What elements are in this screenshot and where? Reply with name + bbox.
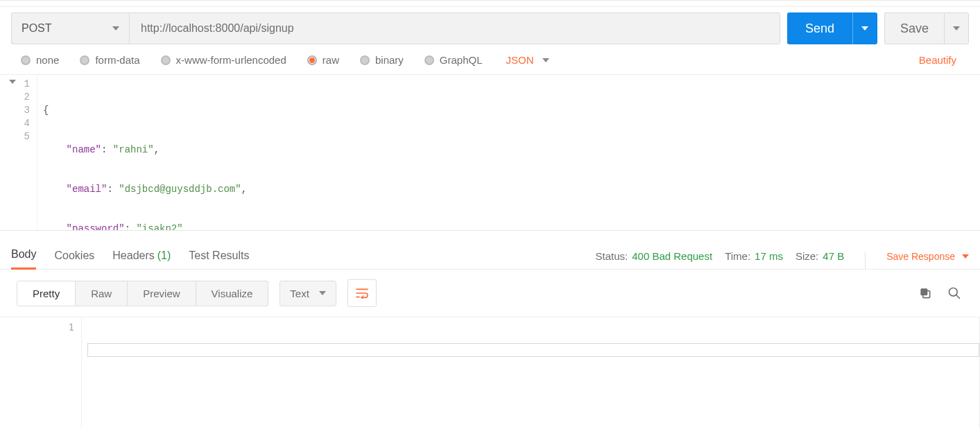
line-number: 3 (0, 104, 30, 117)
save-response-button[interactable]: Save Response (886, 251, 969, 269)
top-divider (0, 0, 980, 6)
radio-icon (424, 55, 434, 65)
fold-icon[interactable] (9, 80, 16, 84)
wrap-icon (355, 288, 369, 299)
request-body-editor[interactable]: 1 2 3 4 5 { "name": "rahni", "email": "d… (0, 75, 980, 231)
response-gutter: 1 (0, 317, 82, 428)
size-value: 47 B (823, 250, 844, 262)
save-response-label: Save Response (886, 251, 955, 262)
svg-line-5 (956, 295, 960, 299)
tab-count: (1) (157, 249, 171, 261)
radio-icon (21, 55, 31, 65)
tab-label: Body (11, 248, 36, 260)
http-method-select[interactable]: POST (11, 12, 129, 44)
copy-icon (918, 286, 932, 300)
request-url-input[interactable] (129, 12, 780, 44)
tab-label: Headers (112, 249, 154, 261)
body-type-label: none (36, 54, 59, 66)
editor-gutter: 1 2 3 4 5 (0, 75, 37, 230)
line-number: 4 (0, 117, 30, 130)
line-number: 1 (24, 78, 30, 89)
radio-icon (80, 55, 89, 65)
body-type-raw[interactable]: raw (307, 54, 339, 66)
radio-icon (307, 55, 317, 65)
send-button[interactable]: Send (787, 12, 852, 44)
size-meta[interactable]: Size:47 B (796, 250, 844, 262)
view-mode-segmented: Pretty Raw Preview Visualize (17, 281, 268, 306)
view-mode-visualize[interactable]: Visualize (196, 281, 268, 306)
body-type-x-www-form-urlencoded[interactable]: x-www-form-urlencoded (161, 54, 286, 66)
time-meta[interactable]: Time:17 ms (725, 250, 783, 262)
save-button-group: Save (884, 12, 969, 44)
view-mode-raw[interactable]: Raw (76, 281, 128, 306)
body-type-label: form-data (95, 54, 139, 66)
request-row: POST Send Save (0, 6, 980, 51)
search-icon (947, 286, 961, 300)
save-options-button[interactable] (944, 12, 969, 44)
body-type-label: binary (375, 54, 404, 66)
svg-rect-3 (920, 288, 927, 295)
chevron-down-icon (953, 26, 960, 30)
line-number: 2 (0, 91, 30, 104)
http-method-value: POST (22, 22, 52, 35)
body-type-binary[interactable]: binary (360, 54, 404, 66)
chevron-down-icon (861, 26, 868, 30)
response-tab-cookies[interactable]: Cookies (54, 249, 94, 269)
tab-label: Test Results (189, 249, 249, 261)
chevron-down-icon (542, 58, 549, 62)
response-bar: Body Cookies Headers(1) Test Results Sta… (0, 231, 980, 270)
response-meta: Status:400 Bad Request Time:17 ms Size:4… (596, 250, 845, 269)
radio-icon (360, 55, 370, 65)
response-body-editor[interactable]: 1 (0, 317, 980, 428)
response-format-value: Text (290, 288, 309, 299)
editor-code[interactable]: { "name": "rahni", "email": "dsjbcd@guys… (37, 75, 980, 230)
body-type-label: GraphQL (440, 54, 483, 66)
body-subformat-value: JSON (506, 54, 534, 66)
active-line (87, 343, 979, 357)
line-number: 1 (0, 322, 74, 333)
status-meta[interactable]: Status:400 Bad Request (596, 250, 713, 262)
body-type-form-data[interactable]: form-data (80, 54, 139, 66)
response-code[interactable] (82, 317, 979, 428)
body-subformat-select[interactable]: JSON (506, 54, 549, 66)
time-value: 17 ms (755, 250, 783, 262)
body-type-label: x-www-form-urlencoded (176, 54, 286, 66)
view-mode-preview[interactable]: Preview (128, 281, 196, 306)
chevron-down-icon (319, 291, 326, 295)
beautify-button[interactable]: Beautify (919, 54, 956, 66)
body-type-row: none form-data x-www-form-urlencoded raw… (0, 51, 980, 75)
send-button-group: Send (787, 12, 877, 44)
view-mode-pretty[interactable]: Pretty (17, 281, 76, 306)
chevron-down-icon (112, 26, 119, 30)
tab-label: Cookies (54, 249, 94, 261)
body-type-graphql[interactable]: GraphQL (424, 54, 483, 66)
send-options-button[interactable] (852, 12, 877, 44)
wrap-lines-button[interactable] (347, 279, 377, 307)
response-tab-test-results[interactable]: Test Results (189, 249, 249, 269)
response-format-select[interactable]: Text (280, 281, 336, 306)
status-value: 400 Bad Request (632, 250, 712, 262)
save-button[interactable]: Save (884, 12, 944, 44)
response-tab-headers[interactable]: Headers(1) (112, 249, 171, 269)
viewer-controls: Pretty Raw Preview Visualize Text (0, 270, 980, 317)
search-response-button[interactable] (945, 284, 963, 302)
response-tab-body[interactable]: Body (11, 248, 36, 270)
body-type-label: raw (323, 54, 339, 66)
copy-response-button[interactable] (916, 284, 934, 302)
line-number: 5 (0, 130, 30, 143)
radio-icon (161, 55, 171, 65)
body-type-none[interactable]: none (21, 54, 59, 66)
divider (865, 252, 866, 269)
chevron-down-icon (962, 254, 969, 258)
